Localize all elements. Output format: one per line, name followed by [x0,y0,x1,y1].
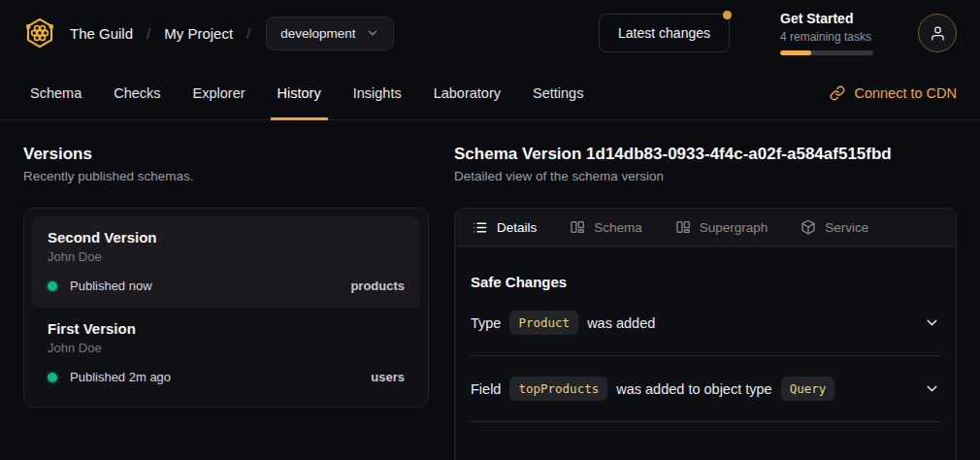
versions-title: Versions [23,144,429,164]
latest-changes-button[interactable]: Latest changes [599,14,730,52]
detail-tab-label: Supergraph [700,220,768,235]
published-status-dot-icon [48,281,57,291]
versions-list: Second Version John Doe Published now pr… [23,208,429,408]
detail-tab-service[interactable]: Service [800,219,868,235]
latest-changes-label: Latest changes [618,25,710,41]
breadcrumb-org[interactable]: The Guild [70,25,133,42]
project-nav: Schema Checks Explorer History Insights … [0,66,980,120]
link-icon [830,85,845,101]
get-started-title: Get Started [780,11,873,27]
user-avatar[interactable] [918,14,957,52]
get-started-progress-fill [780,50,811,55]
detail-tab-label: Schema [594,220,642,235]
get-started-widget[interactable]: Get Started 4 remaining tasks [780,11,873,55]
nav-tab-list: Schema Checks Explorer History Insights … [23,66,590,119]
chevron-down-icon [366,26,379,40]
chevron-down-icon[interactable] [924,314,940,331]
detail-tab-list: Details Schema Sup [455,209,956,246]
safe-changes-heading: Safe Changes [471,274,940,290]
nav-tab-explorer[interactable]: Explorer [186,66,252,119]
cube-icon [800,219,816,235]
breadcrumb-project[interactable]: My Project [164,25,233,42]
nav-tab-history[interactable]: History [271,66,328,119]
chevron-down-icon[interactable] [924,380,940,397]
change-text: Field [471,381,501,397]
schema-version-subtitle: Detailed view of the schema version [454,169,957,183]
get-started-subtitle: 4 remaining tasks [780,30,873,44]
nav-tab-insights[interactable]: Insights [346,66,408,119]
version-author: John Doe [48,249,405,264]
detail-content: Safe Changes Type Product was added Fiel… [455,246,956,422]
breadcrumb-separator: / [246,25,250,42]
nav-tab-settings[interactable]: Settings [526,66,590,119]
main-content: Versions Recently published schemas. Sec… [0,120,980,460]
change-text: was added [587,315,655,331]
guild-hive-logo-icon[interactable] [23,16,56,49]
version-status: Published now [70,279,152,293]
change-row-type-added[interactable]: Type Product was added [471,290,940,356]
version-meta: Published now products [48,279,405,293]
version-card-first[interactable]: First Version John Doe Published 2m ago … [32,308,420,399]
detail-tab-details[interactable]: Details [472,219,537,236]
user-icon [930,25,946,42]
code-badge: Query [781,377,835,401]
connect-to-cdn-label: Connect to CDN [854,85,957,101]
versions-column: Versions Recently published schemas. Sec… [23,144,429,460]
detail-tab-label: Details [497,220,537,235]
code-badge: topProducts [509,377,607,401]
get-started-progress-track [780,50,873,55]
list-icon [472,219,488,236]
version-status: Published 2m ago [70,370,171,384]
environment-selector[interactable]: development [266,16,393,50]
nav-tab-checks[interactable]: Checks [107,66,167,119]
detail-tab-supergraph[interactable]: Supergraph [675,219,768,235]
version-service: users [371,370,405,384]
version-service: products [350,279,405,293]
top-header: The Guild / My Project / development Lat… [0,0,980,66]
columns-icon [675,219,691,235]
nav-spacer [590,66,830,119]
change-text: Type [471,315,501,331]
schema-version-detail-panel: Details Schema Sup [454,208,957,460]
detail-tab-label: Service [825,220,868,235]
detail-tab-schema[interactable]: Schema [570,219,642,235]
columns-icon [570,219,585,235]
published-status-dot-icon [48,373,57,382]
notification-dot [723,11,732,19]
nav-tab-schema[interactable]: Schema [23,66,88,119]
version-meta: Published 2m ago users [48,370,405,384]
version-name: First Version [48,320,405,337]
change-text: was added to object type [616,381,771,397]
version-card-second[interactable]: Second Version John Doe Published now pr… [32,216,420,308]
breadcrumb-separator: / [147,25,150,42]
environment-selector-value: development [280,26,355,41]
schema-version-column: Schema Version 1d14db83-0933-4f4c-a02f-a… [454,144,957,460]
code-badge: Product [509,311,578,335]
version-author: John Doe [48,341,405,355]
nav-tab-laboratory[interactable]: Laboratory [427,66,507,119]
version-name: Second Version [48,229,405,246]
schema-version-title: Schema Version 1d14db83-0933-4f4c-a02f-a… [454,144,957,164]
change-row-field-added[interactable]: Field topProducts was added to object ty… [471,356,940,422]
connect-to-cdn-link[interactable]: Connect to CDN [830,66,957,119]
versions-subtitle: Recently published schemas. [23,169,429,183]
